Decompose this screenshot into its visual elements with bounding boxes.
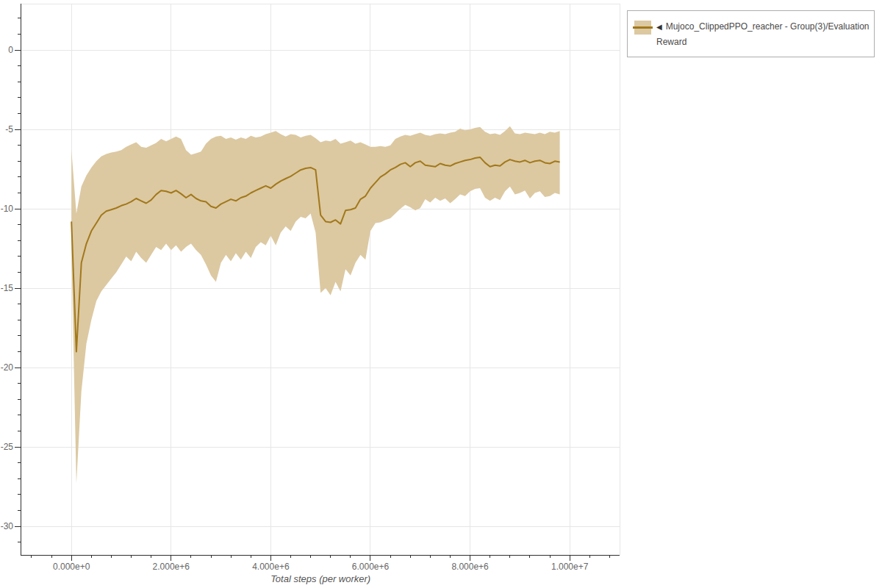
- svg-text:-20: -20: [1, 362, 14, 373]
- svg-text:-10: -10: [1, 204, 14, 214]
- svg-text:4.000e+6: 4.000e+6: [252, 562, 290, 572]
- dashboard-canvas: 0.000e+02.000e+64.000e+66.000e+68.000e+6…: [0, 0, 882, 588]
- svg-text:-15: -15: [1, 283, 14, 293]
- x-axis-title: Total steps (per worker): [270, 573, 370, 584]
- legend-item[interactable]: ◀Mujoco_ClippedPPO_reacher - Group(3)/Ev…: [627, 10, 875, 57]
- svg-text:2.000e+6: 2.000e+6: [153, 562, 190, 572]
- svg-text:-5: -5: [5, 124, 13, 135]
- svg-text:6.000e+6: 6.000e+6: [352, 562, 390, 572]
- svg-text:1.000e+7: 1.000e+7: [551, 562, 589, 572]
- reward-std-band: [71, 126, 559, 484]
- svg-text:-30: -30: [1, 521, 14, 531]
- svg-text:8.000e+6: 8.000e+6: [451, 562, 489, 572]
- legend-swatch-line: [633, 26, 653, 29]
- legend-label-line2: Reward: [656, 35, 870, 49]
- legend-label-line1: Mujoco_ClippedPPO_reacher - Group(3)/Eva…: [666, 21, 870, 32]
- svg-text:0: 0: [8, 45, 13, 55]
- svg-text:0.000e+0: 0.000e+0: [53, 562, 90, 572]
- reward-chart[interactable]: 0.000e+02.000e+64.000e+66.000e+68.000e+6…: [0, 0, 882, 588]
- legend-series-label: ◀Mujoco_ClippedPPO_reacher - Group(3)/Ev…: [656, 19, 870, 49]
- legend-series-swatch: [634, 21, 651, 35]
- svg-text:-25: -25: [1, 442, 14, 452]
- legend-collapse-icon[interactable]: ◀: [656, 23, 662, 31]
